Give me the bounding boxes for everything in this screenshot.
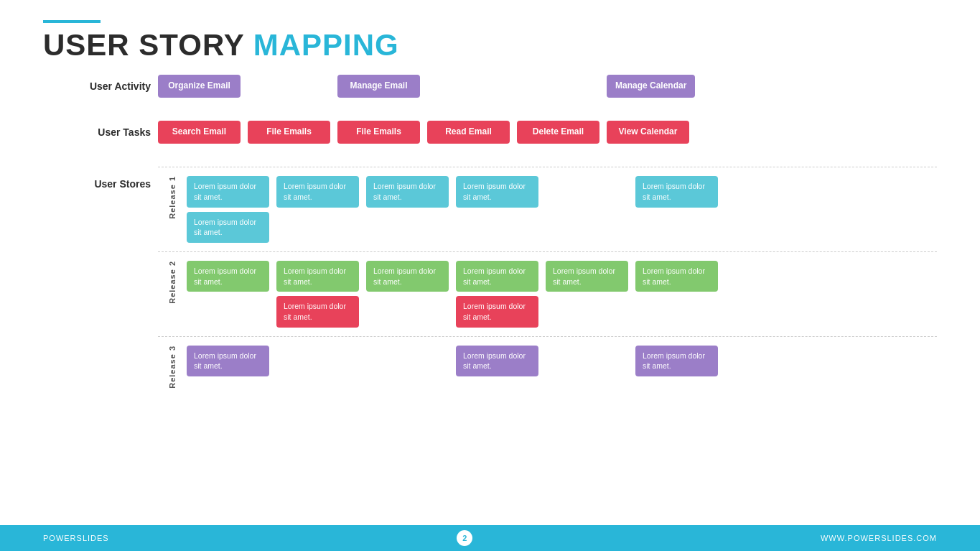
- user-tasks-row: User Tasks Search Email File Emails File…: [43, 121, 937, 164]
- releases-area: Release 1 Lorem ipsum dolor sit amet. Lo…: [158, 167, 937, 394]
- header: USER STORY MAPPING: [0, 0, 980, 62]
- footer: POWERSLIDES 2 WWW.POWERSLIDES.COM: [0, 525, 980, 551]
- r2r1-col2: Lorem ipsum dolor sit amet.: [366, 261, 449, 292]
- release1-section: Release 1 Lorem ipsum dolor sit amet. Lo…: [158, 167, 937, 251]
- r2r2-col2-empty: [366, 296, 449, 327]
- footer-brand-bold: POWER: [43, 534, 77, 542]
- task-card-file-emails-1: File Emails: [248, 121, 330, 144]
- r1r1-col2: Lorem ipsum dolor sit amet.: [366, 176, 449, 207]
- r1r1-col1: Lorem ipsum dolor sit amet.: [276, 176, 359, 207]
- task-card-search-email: Search Email: [158, 121, 241, 144]
- r2r1-col4: Lorem ipsum dolor sit amet.: [546, 261, 628, 292]
- title-highlight: MAPPING: [253, 28, 399, 62]
- r1r2-col0: Lorem ipsum dolor sit amet.: [187, 212, 269, 243]
- release3-content: Lorem ipsum dolor sit amet. Lorem ipsum …: [187, 340, 937, 382]
- footer-brand: POWERSLIDES: [43, 534, 109, 542]
- release2-label-wrap: Release 2: [158, 255, 187, 310]
- r2r1-col5: Lorem ipsum dolor sit amet.: [635, 261, 718, 292]
- release2-label: Release 2: [168, 261, 177, 304]
- release1-label-wrap: Release 1: [158, 170, 187, 225]
- r1r1-col5: Lorem ipsum dolor sit amet.: [635, 176, 718, 207]
- release2-section: Release 2 Lorem ipsum dolor sit amet. Lo…: [158, 251, 937, 336]
- activity-cards-container: Organize Email Manage Email Manage Calen…: [158, 75, 937, 98]
- footer-url-text: WWW.POWERSLIDES.COM: [821, 534, 937, 542]
- r2r1-col3: Lorem ipsum dolor sit amet.: [456, 261, 538, 292]
- page: USER STORY MAPPING User Activity Organiz…: [0, 0, 980, 551]
- release1-label: Release 1: [168, 176, 177, 219]
- activity-card-manage-email: Manage Email: [337, 75, 420, 98]
- user-activity-label: User Activity: [43, 75, 158, 92]
- release3-label: Release 3: [168, 346, 177, 389]
- r1r1-col3: Lorem ipsum dolor sit amet.: [456, 176, 538, 207]
- release1-row2: Lorem ipsum dolor sit amet.: [187, 212, 937, 243]
- r2r1-col0: Lorem ipsum dolor sit amet.: [187, 261, 269, 292]
- release3-row1: Lorem ipsum dolor sit amet. Lorem ipsum …: [187, 346, 937, 376]
- release2-row2: Lorem ipsum dolor sit amet. Lorem ipsum …: [187, 296, 937, 327]
- r3r1-col3: Lorem ipsum dolor sit amet.: [456, 346, 538, 376]
- page-title: USER STORY MAPPING: [43, 29, 937, 62]
- title-plain: USER STORY: [43, 28, 253, 62]
- release1-row1: Lorem ipsum dolor sit amet. Lorem ipsum …: [187, 176, 937, 207]
- r3r1-col0: Lorem ipsum dolor sit amet.: [187, 346, 269, 376]
- user-stores-label: User Stores: [43, 167, 158, 190]
- r2r2-col1: Lorem ipsum dolor sit amet.: [276, 296, 359, 327]
- footer-brand-normal: SLIDES: [77, 534, 109, 542]
- release1-content: Lorem ipsum dolor sit amet. Lorem ipsum …: [187, 170, 937, 251]
- footer-url: WWW.POWERSLIDES.COM: [821, 534, 937, 542]
- task-card-view-calendar: View Calendar: [607, 121, 689, 144]
- release2-content: Lorem ipsum dolor sit amet. Lorem ipsum …: [187, 255, 937, 336]
- user-tasks-label: User Tasks: [43, 121, 158, 138]
- r2r2-col0-empty: [187, 296, 269, 327]
- r3r1-col1-empty: [276, 346, 359, 376]
- main-content: User Activity Organize Email Manage Emai…: [0, 62, 980, 394]
- task-card-file-emails-2: File Emails: [337, 121, 420, 144]
- r3r1-col4-empty: [546, 346, 628, 376]
- task-cards-container: Search Email File Emails File Emails Rea…: [158, 121, 937, 144]
- task-card-read-email: Read Email: [427, 121, 510, 144]
- r2r1-col1: Lorem ipsum dolor sit amet.: [276, 261, 359, 292]
- release3-label-wrap: Release 3: [158, 340, 187, 394]
- user-stores-section: User Stores Release 1 Lorem ipsum dolor …: [43, 167, 937, 394]
- release2-row1: Lorem ipsum dolor sit amet. Lorem ipsum …: [187, 261, 937, 292]
- header-accent-line: [43, 20, 101, 23]
- r3r1-col5: Lorem ipsum dolor sit amet.: [635, 346, 718, 376]
- activity-card-manage-calendar: Manage Calendar: [607, 75, 695, 98]
- task-card-delete-email: Delete Email: [517, 121, 599, 144]
- footer-page-number: 2: [457, 530, 472, 546]
- release3-section: Release 3 Lorem ipsum dolor sit amet. Lo…: [158, 336, 937, 394]
- r1r1-col0: Lorem ipsum dolor sit amet.: [187, 176, 269, 207]
- user-activity-row: User Activity Organize Email Manage Emai…: [43, 75, 937, 118]
- activity-card-organize: Organize Email: [158, 75, 241, 98]
- r3r1-col2-empty: [366, 346, 449, 376]
- r2r2-col3: Lorem ipsum dolor sit amet.: [456, 296, 538, 327]
- r1r1-col4-empty: [546, 176, 628, 207]
